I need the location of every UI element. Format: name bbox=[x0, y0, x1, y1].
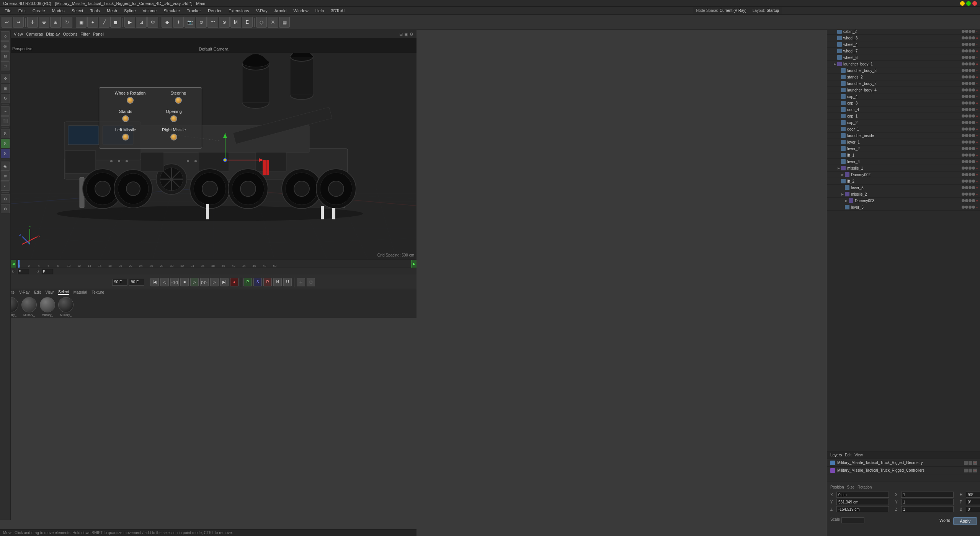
menu-item-render[interactable]: Render bbox=[205, 8, 225, 14]
obj-dot-1-2[interactable] bbox=[969, 30, 972, 33]
material-btn[interactable]: ◎ bbox=[256, 17, 267, 28]
model-mode-btn[interactable]: ▣ bbox=[76, 17, 87, 28]
obj-dot-6-2[interactable] bbox=[969, 62, 972, 65]
menu-item-volume[interactable]: Volume bbox=[140, 8, 160, 14]
object-list-item-24[interactable]: lft_2× bbox=[827, 178, 980, 185]
mat-tab-edit[interactable]: Edit bbox=[34, 290, 41, 294]
null-btn[interactable]: ⊚ bbox=[196, 17, 207, 28]
point-mode-btn[interactable]: ● bbox=[87, 17, 98, 28]
obj-dot-7-0[interactable] bbox=[962, 69, 965, 72]
close-button[interactable] bbox=[972, 1, 977, 6]
obj-dot-3-0[interactable] bbox=[962, 43, 965, 46]
obj-dot-12-2[interactable] bbox=[969, 101, 972, 105]
obj-dot-21-0[interactable] bbox=[962, 160, 965, 163]
cursor-tool-btn[interactable]: ✛ bbox=[27, 17, 38, 28]
obj-triangle-7[interactable] bbox=[837, 69, 840, 72]
timeline-btn[interactable]: ▤ bbox=[279, 17, 290, 28]
obj-triangle-14[interactable] bbox=[837, 114, 840, 118]
obj-dot-28-2[interactable] bbox=[969, 206, 972, 209]
obj-x-btn-13[interactable]: × bbox=[975, 108, 978, 111]
obj-dot-9-3[interactable] bbox=[972, 82, 975, 85]
menu-item-extensions[interactable]: Extensions bbox=[225, 8, 252, 14]
goto-end-btn[interactable]: ▶| bbox=[220, 278, 229, 286]
play-back-btn[interactable]: ◁◁ bbox=[170, 278, 179, 286]
mograph-btn[interactable]: M bbox=[230, 17, 241, 28]
edge-mode-btn[interactable]: ╱ bbox=[99, 17, 109, 28]
obj-dot-3-2[interactable] bbox=[969, 43, 972, 46]
obj-triangle-12[interactable] bbox=[837, 101, 840, 105]
obj-dot-1-0[interactable] bbox=[962, 30, 965, 33]
object-list-item-28[interactable]: lever_5× bbox=[827, 204, 980, 211]
object-list-item-8[interactable]: stands_2× bbox=[827, 74, 980, 80]
obj-triangle-6[interactable]: ▶ bbox=[833, 62, 836, 65]
vp-tab-view[interactable]: View bbox=[14, 32, 23, 36]
obj-dot-10-2[interactable] bbox=[969, 88, 972, 92]
mat-thumb-4[interactable] bbox=[58, 297, 74, 312]
obj-dot-8-0[interactable] bbox=[962, 75, 965, 78]
render-settings-btn[interactable]: ⚙ bbox=[147, 17, 158, 28]
rig-circle-steering[interactable] bbox=[175, 97, 182, 104]
menu-item-file[interactable]: File bbox=[2, 8, 15, 14]
obj-dot-28-1[interactable] bbox=[965, 206, 968, 209]
obj-x-btn-25[interactable]: × bbox=[975, 186, 978, 189]
obj-dot-26-1[interactable] bbox=[965, 193, 968, 196]
vp-tab-display[interactable]: Display bbox=[46, 32, 60, 36]
obj-dot-1-1[interactable] bbox=[965, 30, 968, 33]
object-list-item-6[interactable]: ▶launcher_body_1× bbox=[827, 61, 980, 67]
obj-dot-4-1[interactable] bbox=[965, 49, 968, 52]
obj-dot-10-1[interactable] bbox=[965, 88, 968, 92]
obj-dot-27-0[interactable] bbox=[962, 199, 965, 202]
ch-btn-1[interactable]: P bbox=[243, 278, 252, 286]
rotate-tool-btn[interactable]: ↻ bbox=[62, 17, 72, 28]
obj-dot-16-2[interactable] bbox=[969, 127, 972, 131]
obj-triangle-25[interactable] bbox=[841, 186, 844, 189]
menu-item-edit[interactable]: Edit bbox=[15, 8, 29, 14]
obj-x-btn-2[interactable]: × bbox=[975, 36, 978, 39]
obj-triangle-23[interactable]: ▶ bbox=[841, 173, 844, 176]
mat-tab-texture[interactable]: Texture bbox=[91, 290, 104, 294]
obj-dot-17-1[interactable] bbox=[965, 134, 968, 137]
obj-dot-28-0[interactable] bbox=[962, 206, 965, 209]
obj-x-btn-9[interactable]: × bbox=[975, 82, 978, 85]
ch-btn-3[interactable]: R bbox=[263, 278, 272, 286]
object-list-item-4[interactable]: wheel_7× bbox=[827, 48, 980, 54]
size-y-input[interactable] bbox=[901, 499, 954, 505]
object-list-item-20[interactable]: lft_1× bbox=[827, 152, 980, 159]
material-item-3[interactable]: Military_ bbox=[40, 297, 55, 317]
object-list-item-16[interactable]: door_1× bbox=[827, 126, 980, 132]
light-btn[interactable]: ☀ bbox=[173, 17, 184, 28]
obj-x-btn-18[interactable]: × bbox=[975, 141, 978, 144]
layer-icon-v[interactable] bbox=[969, 461, 972, 465]
obj-dot-25-3[interactable] bbox=[972, 186, 975, 189]
object-list-item-10[interactable]: launcher_body_4× bbox=[827, 87, 980, 93]
menu-item-spline[interactable]: Spline bbox=[121, 8, 139, 14]
obj-dot-12-3[interactable] bbox=[972, 101, 975, 105]
obj-triangle-21[interactable] bbox=[837, 160, 840, 163]
play-fwd-btn[interactable]: ▷ bbox=[190, 278, 199, 286]
scale-lp-btn[interactable]: ⊞ bbox=[1, 84, 10, 93]
prop-btn[interactable]: ≋ bbox=[1, 172, 10, 181]
vp-tab-filter[interactable]: Filter bbox=[80, 32, 90, 36]
obj-dot-25-1[interactable] bbox=[965, 186, 968, 189]
pos-x-input[interactable] bbox=[836, 492, 889, 498]
rig-knob-right-missile[interactable]: Right Missile bbox=[162, 127, 186, 141]
poly-selection-btn[interactable]: □ bbox=[1, 61, 10, 70]
obj-dot-19-0[interactable] bbox=[962, 147, 965, 150]
obj-dot-25-2[interactable] bbox=[969, 186, 972, 189]
obj-dot-15-1[interactable] bbox=[965, 121, 968, 124]
move-tool-btn[interactable]: ⊕ bbox=[39, 17, 49, 28]
next-frame-btn[interactable]: ▷ bbox=[210, 278, 219, 286]
obj-triangle-5[interactable] bbox=[833, 56, 836, 59]
obj-dot-24-3[interactable] bbox=[972, 180, 975, 183]
menu-item-tools[interactable]: Tools bbox=[87, 8, 103, 14]
obj-dot-22-1[interactable] bbox=[965, 167, 968, 170]
magnet-btn[interactable]: ◉ bbox=[1, 162, 10, 171]
effector-btn[interactable]: E bbox=[242, 17, 253, 28]
obj-x-btn-21[interactable]: × bbox=[975, 160, 978, 163]
obj-triangle-1[interactable] bbox=[833, 30, 836, 33]
obj-dot-4-2[interactable] bbox=[969, 49, 972, 52]
scale-input[interactable] bbox=[841, 517, 864, 523]
obj-dot-5-2[interactable] bbox=[969, 56, 972, 59]
obj-dot-24-1[interactable] bbox=[965, 180, 968, 183]
xpresso-btn[interactable]: X bbox=[268, 17, 278, 28]
